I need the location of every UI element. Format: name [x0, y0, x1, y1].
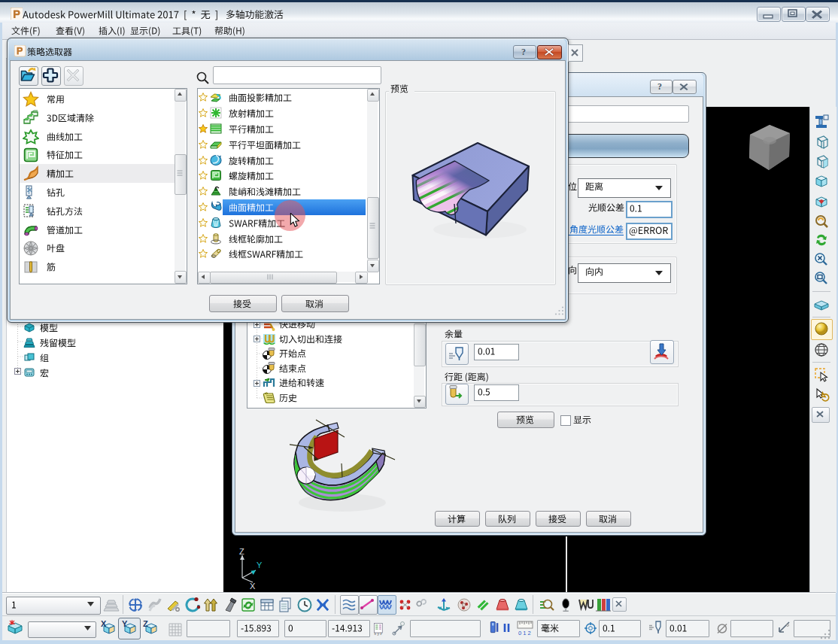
svg-text:?: ? [657, 81, 662, 92]
svg-text:?: ? [521, 47, 526, 57]
svg-text:Y: Y [257, 560, 263, 570]
svg-text:X: X [101, 619, 107, 628]
svg-text:Z: Z [239, 548, 244, 556]
svg-text:x y z: x y z [375, 631, 383, 636]
svg-text:Z: Z [143, 619, 148, 628]
svg-text:0 1 2: 0 1 2 [518, 630, 531, 636]
svg-text:Y: Y [122, 619, 128, 628]
svg-text:X: X [250, 582, 256, 590]
